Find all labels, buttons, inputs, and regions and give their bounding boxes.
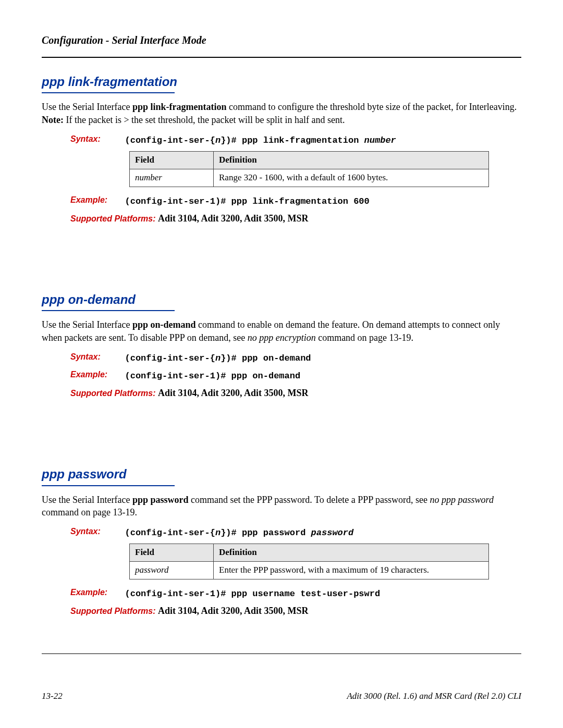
example-row: Example: (config-int-ser-1)# ppp link-fr… [70,194,521,208]
table-cell-definition: Range 320 - 1600, with a default of 1600… [214,169,489,187]
supported-platforms-label: Supported Platforms: [70,389,158,398]
header-rule [42,57,521,58]
desc-text: Use the Serial Interface [42,319,132,330]
syntax-row: Syntax: (config-int-ser-{n})# ppp link-f… [70,133,521,147]
table-cell-field: password [130,562,214,579]
table-header-definition: Definition [214,544,489,562]
table-row: number Range 320 - 1600, with a default … [130,169,489,187]
page-footer: 13-22 Adit 3000 (Rel. 1.6) and MSR Card … [42,690,521,702]
page-section-header: Configuration - Serial Interface Mode [42,33,521,47]
desc-crossref: no ppp password [430,495,494,505]
example-row: Example: (config-int-ser-1)# ppp on-dema… [70,369,521,382]
syntax-suffix: })# ppp password [221,528,311,538]
supported-platforms-label: Supported Platforms: [70,214,158,223]
platforms-row: Supported Platforms: Adit 3104, Adit 320… [70,387,521,399]
platforms-row: Supported Platforms: Adit 3104, Adit 320… [70,212,521,225]
desc-crossref: no ppp encryption [248,332,316,343]
desc-text: command on page 13-19. [316,332,413,343]
syntax-row: Syntax: (config-int-ser-{n})# ppp on-dem… [70,351,521,365]
section-title-link-fragmentation: ppp link-fragmentation [42,73,521,90]
example-label: Example: [70,587,123,598]
table-header-row: Field Definition [130,151,489,169]
syntax-prefix: (config-int-ser-{ [125,353,215,363]
syntax-row: Syntax: (config-int-ser-{n})# ppp passwo… [70,526,521,539]
section-title-password: ppp password [42,466,521,483]
ondemand-description: Use the Serial Interface ppp on-demand c… [42,318,521,344]
syntax-var: n [215,135,221,145]
syntax-suffix: })# ppp link-fragmentation [221,135,364,145]
password-description: Use the Serial Interface ppp password co… [42,493,521,519]
syntax-code: (config-int-ser-{n})# ppp on-demand [125,353,311,363]
example-label: Example: [70,369,123,380]
syntax-param: number [364,135,396,145]
table-cell-definition: Enter the PPP password, with a maximum o… [214,562,489,579]
document-id: Adit 3000 (Rel. 1.6) and MSR Card (Rel 2… [347,690,521,702]
footer-rule [42,653,521,654]
syntax-var: n [215,353,221,363]
supported-platforms-value: Adit 3104, Adit 3200, Adit 3500, MSR [158,213,309,224]
desc-command-name: ppp link-fragmentation [132,102,227,112]
syntax-suffix: })# ppp on-demand [221,353,311,363]
table-header-row: Field Definition [130,544,489,562]
desc-text: command set the PPP password. To delete … [188,495,430,505]
table-header-field: Field [130,151,214,169]
syntax-code: (config-int-ser-{n})# ppp password passw… [125,528,354,538]
table-row: password Enter the PPP password, with a … [130,562,489,579]
section-title-underline [42,485,175,486]
desc-text: command to configure the threshold byte … [226,102,517,112]
page-number: 13-22 [42,690,63,702]
desc-text: Use the Serial Interface [42,102,132,112]
syntax-label: Syntax: [70,133,123,145]
example-code: (config-int-ser-1)# ppp username test-us… [125,589,381,599]
desc-command-name: ppp password [132,495,189,505]
syntax-var: n [215,528,221,538]
desc-note-label: Note: [42,115,64,125]
section-title-on-demand: ppp on-demand [42,291,521,308]
linkfrag-description: Use the Serial Interface ppp link-fragme… [42,101,521,126]
supported-platforms-value: Adit 3104, Adit 3200, Adit 3500, MSR [158,388,309,398]
linkfrag-definition-table: Field Definition number Range 320 - 1600… [129,151,489,187]
syntax-prefix: (config-int-ser-{ [125,135,215,145]
desc-text: command on page 13-19. [42,507,137,517]
table-header-field: Field [130,544,214,562]
syntax-prefix: (config-int-ser-{ [125,528,215,538]
password-definition-table: Field Definition password Enter the PPP … [129,544,489,579]
desc-text: If the packet is > the set threshold, th… [64,115,345,125]
example-code: (config-int-ser-1)# ppp on-demand [125,371,301,381]
section-title-underline [42,92,175,93]
syntax-code: (config-int-ser-{n})# ppp link-fragmenta… [125,135,396,145]
table-cell-field: number [130,169,214,187]
table-header-definition: Definition [214,151,489,169]
example-label: Example: [70,194,123,206]
platforms-row: Supported Platforms: Adit 3104, Adit 320… [70,604,521,617]
desc-command-name: ppp on-demand [132,319,196,330]
section-title-underline [42,310,175,311]
syntax-param: password [311,528,354,538]
syntax-label: Syntax: [70,351,123,363]
syntax-label: Syntax: [70,526,123,537]
example-row: Example: (config-int-ser-1)# ppp usernam… [70,587,521,600]
example-code: (config-int-ser-1)# ppp link-fragmentati… [125,196,370,206]
supported-platforms-label: Supported Platforms: [70,607,158,615]
desc-text: Use the Serial Interface [42,495,132,505]
supported-platforms-value: Adit 3104, Adit 3200, Adit 3500, MSR [158,606,309,616]
